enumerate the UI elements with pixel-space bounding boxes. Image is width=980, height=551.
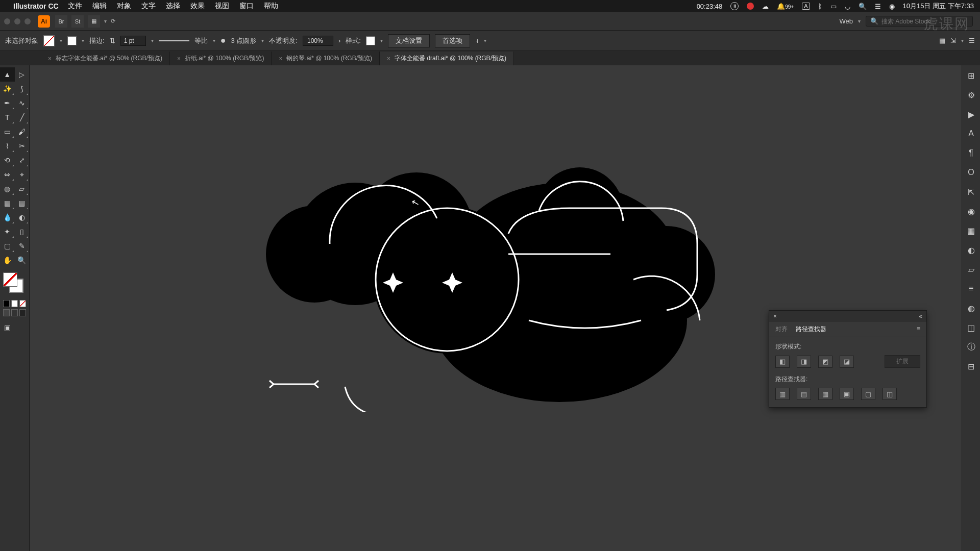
crop-button[interactable]: ▣ [840, 388, 854, 400]
outline-button[interactable]: ▢ [861, 388, 875, 400]
battery-icon[interactable]: ▭ [830, 3, 837, 10]
trim-button[interactable]: ▤ [797, 388, 811, 400]
canvas[interactable]: ↖ × « 对齐 路径查找器 ≡ 形状模式: ◧ ◨ ◩ ◪ 扩展 [30, 65, 962, 551]
align-icon[interactable]: ⊟ [965, 360, 977, 372]
menubar-datetime[interactable]: 10月15日 周五 下午7:33 [903, 2, 974, 11]
chevron-down-icon[interactable]: ▾ [484, 38, 486, 43]
libraries-icon[interactable]: ⚙ [965, 89, 977, 101]
color-icon[interactable]: ◐ [965, 244, 977, 256]
menu-object[interactable]: 对象 [117, 2, 131, 11]
panel-menu-icon[interactable]: ☰ [969, 37, 975, 44]
stroke-icon[interactable]: ≡ [965, 283, 977, 295]
style-swatch[interactable] [366, 36, 375, 45]
rotate-tool[interactable]: ⟲ [0, 153, 15, 167]
paintbrush-tool[interactable]: 🖌 [15, 124, 30, 139]
chevron-down-icon[interactable]: ▾ [151, 38, 154, 43]
menu-window[interactable]: 窗口 [239, 2, 254, 11]
doc-setup-button[interactable]: 文档设置 [388, 34, 430, 47]
color-mode-icon[interactable] [3, 300, 10, 307]
eraser-tool[interactable]: ✂ [15, 139, 30, 153]
menu-type[interactable]: 文字 [141, 2, 156, 11]
gradient-tool[interactable]: ▤ [15, 196, 30, 210]
minus-front-button[interactable]: ◨ [797, 356, 811, 368]
screen-mode-3-icon[interactable] [19, 309, 26, 316]
minus-back-button[interactable]: ◫ [883, 388, 897, 400]
stroke-swatch[interactable] [67, 36, 77, 45]
menu-select[interactable]: 选择 [166, 2, 180, 11]
menu-file[interactable]: 文件 [68, 2, 82, 11]
close-icon[interactable]: × [279, 55, 282, 62]
tab-2[interactable]: ×钢的琴.ai* @ 100% (RGB/预览) [272, 52, 380, 65]
wechat-icon[interactable]: ☁ [762, 3, 769, 10]
panel-menu-icon[interactable]: ≡ [917, 325, 920, 334]
zoom-tool[interactable]: 🔍 [15, 253, 30, 267]
menu-view[interactable]: 视图 [215, 2, 229, 11]
chevron-down-icon[interactable]: ▾ [858, 18, 861, 24]
align-icon[interactable]: ⫞ [475, 37, 479, 44]
fill-box[interactable] [3, 272, 17, 287]
mesh-tool[interactable]: ▦ [0, 196, 15, 210]
gpu-icon[interactable]: ⟳ [107, 15, 119, 28]
intersect-button[interactable]: ◩ [818, 356, 832, 368]
tab-1[interactable]: ×折纸.ai* @ 100% (RGB/预览) [170, 52, 272, 65]
bluetooth-icon[interactable]: ᛒ [818, 3, 822, 10]
bridge-icon[interactable]: Br [55, 15, 67, 28]
opentype-icon[interactable]: O [965, 166, 977, 179]
stroke-profile-icon[interactable] [159, 40, 189, 41]
draw-mode-icon[interactable]: ▣ [0, 320, 15, 335]
appearance-icon[interactable]: ◉ [965, 205, 977, 217]
chevron-down-icon[interactable]: ▾ [213, 38, 215, 43]
line-tool[interactable]: ╱ [15, 110, 30, 124]
spotlight-icon[interactable]: 🔍 [859, 3, 867, 10]
brush-def[interactable]: 3 点圆形 [231, 36, 257, 45]
record-icon[interactable] [747, 3, 754, 10]
character-icon[interactable]: A [965, 128, 977, 140]
layers-icon[interactable]: ◫ [965, 321, 977, 334]
exclude-button[interactable]: ◪ [840, 356, 854, 368]
curvature-tool[interactable]: ∿ [15, 96, 30, 110]
doc-profile[interactable]: Web [840, 17, 853, 25]
prefs-button[interactable]: 首选项 [435, 34, 470, 47]
merge-button[interactable]: ▦ [818, 388, 832, 400]
wifi-icon[interactable]: ◡ [845, 3, 850, 10]
slice-tool[interactable]: ✎ [15, 239, 30, 253]
swatches-icon[interactable]: ▦ [965, 224, 977, 237]
symbol-sprayer-tool[interactable]: ✦ [0, 224, 15, 239]
close-icon[interactable]: × [387, 55, 390, 62]
paragraph-icon[interactable]: ¶ [965, 147, 977, 159]
gradient-icon[interactable]: ▱ [965, 263, 977, 276]
arrange-icon[interactable]: ▦ [88, 15, 100, 28]
menu-help[interactable]: 帮助 [264, 2, 278, 11]
blend-tool[interactable]: ◐ [15, 210, 30, 224]
perspective-tool[interactable]: ▱ [15, 182, 30, 196]
grid-icon[interactable]: ▦ [939, 37, 945, 44]
selection-tool[interactable]: ▲ [0, 67, 15, 82]
fill-stroke-swatch[interactable] [0, 270, 29, 299]
properties-icon[interactable]: ⊞ [965, 69, 977, 82]
pathfinder-panel[interactable]: × « 对齐 路径查找器 ≡ 形状模式: ◧ ◨ ◩ ◪ 扩展 路径查找器: [769, 310, 927, 408]
siri-icon[interactable]: ◉ [889, 3, 895, 10]
tab-align[interactable]: 对齐 [775, 325, 788, 334]
divide-button[interactable]: ▥ [775, 388, 790, 400]
magic-wand-tool[interactable]: ✨ [0, 82, 15, 96]
close-icon[interactable]: × [177, 55, 181, 62]
rectangle-tool[interactable]: ▭ [0, 124, 15, 139]
transparency-icon[interactable]: ◍ [965, 302, 977, 314]
collapse-icon[interactable]: « [919, 313, 922, 320]
search-input[interactable] [881, 18, 968, 25]
expand-button[interactable]: 扩展 [885, 355, 920, 368]
eyedropper-tool[interactable]: 💧 [0, 210, 15, 224]
graph-tool[interactable]: ▯ [15, 224, 30, 239]
input-method-icon[interactable]: A [802, 3, 810, 10]
tab-pathfinder[interactable]: 路径查找器 [796, 325, 826, 334]
profile-label[interactable]: 等比 [194, 36, 208, 45]
shaper-tool[interactable]: ⌇ [0, 139, 15, 153]
tab-3[interactable]: ×字体全能番 draft.ai* @ 100% (RGB/预览) [380, 52, 514, 65]
scale-tool[interactable]: ⤢ [15, 153, 30, 167]
lasso-tool[interactable]: ⟆ [15, 82, 30, 96]
stroke-weight-input[interactable]: 1 pt [120, 36, 146, 46]
tab-0[interactable]: ×标志字体全能番.ai* @ 50% (RGB/预览) [41, 52, 170, 65]
notification-icon[interactable]: 🔔99+ [777, 3, 794, 10]
opacity-input[interactable]: 100% [303, 36, 333, 46]
chevron-down-icon[interactable]: ▾ [82, 38, 84, 43]
